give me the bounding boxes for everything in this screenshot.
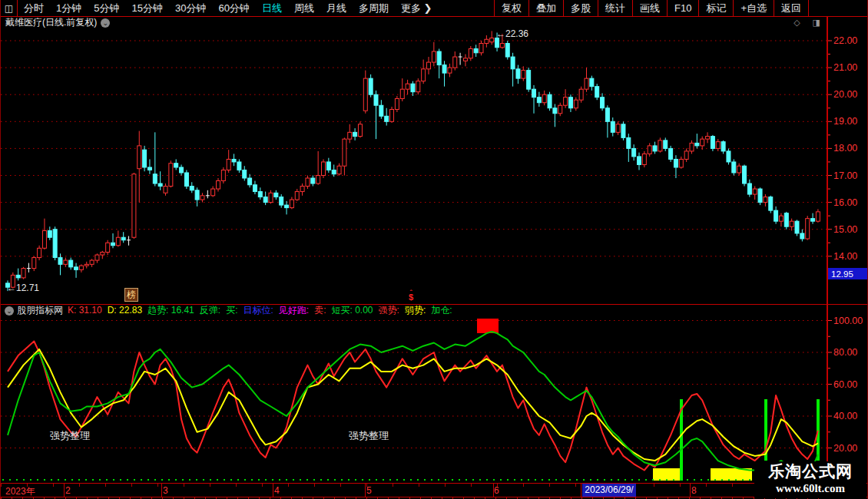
svg-text:20.00: 20.00 bbox=[833, 89, 857, 100]
period-item[interactable]: 日线 bbox=[256, 0, 288, 16]
svg-text:80.00: 80.00 bbox=[833, 347, 857, 358]
period-item[interactable]: 更多 ❯ bbox=[395, 0, 439, 16]
svg-text:←22.36: ←22.36 bbox=[496, 28, 528, 39]
action-item[interactable]: +自选 bbox=[733, 0, 774, 16]
x-axis-label: 2023年 bbox=[5, 485, 35, 498]
svg-text:19.00: 19.00 bbox=[833, 116, 857, 127]
x-axis-label: 3 bbox=[163, 485, 168, 496]
period-item[interactable]: 5分钟 bbox=[88, 0, 125, 16]
indicator-collapse-icon[interactable]: ⌄ bbox=[5, 306, 14, 316]
svg-text:18.00: 18.00 bbox=[833, 143, 857, 154]
action-item[interactable]: 多股 bbox=[563, 0, 598, 16]
app-window: ◫ 分时1分钟5分钟15分钟30分钟60分钟日线周线月线多周期更多 ❯ 复权叠加… bbox=[0, 0, 868, 499]
period-item[interactable]: 周线 bbox=[288, 0, 320, 16]
action-item[interactable]: 画线 bbox=[632, 0, 667, 16]
period-item[interactable]: 分时 bbox=[18, 0, 50, 16]
indicator-value: K: 31.10 bbox=[68, 305, 102, 316]
indicator-value: 目标位: bbox=[243, 305, 273, 316]
toolbar: ◫ 分时1分钟5分钟15分钟30分钟60分钟日线周线月线多周期更多 ❯ 复权叠加… bbox=[1, 0, 867, 17]
action-item[interactable]: 标记 bbox=[698, 0, 733, 16]
period-item[interactable]: 60分钟 bbox=[212, 0, 255, 16]
x-axis-label: 5 bbox=[366, 485, 372, 496]
svg-text:16.00: 16.00 bbox=[833, 197, 857, 208]
period-item[interactable]: 多周期 bbox=[353, 0, 395, 16]
svg-text:←12.71: ←12.71 bbox=[7, 283, 39, 293]
svg-text:15.00: 15.00 bbox=[833, 224, 857, 235]
period-menu: 分时1分钟5分钟15分钟30分钟60分钟日线周线月线多周期更多 ❯ bbox=[18, 0, 438, 16]
x-axis-label: 8 bbox=[691, 485, 697, 496]
split-pane-icon: ◫ bbox=[5, 3, 13, 14]
action-item[interactable]: 复权 bbox=[494, 0, 528, 16]
action-item[interactable]: 返回 bbox=[774, 0, 809, 16]
watermark-site-name: 乐淘公式网 bbox=[754, 461, 866, 481]
indicator-value: 反弹: bbox=[200, 305, 220, 316]
indicator-value: D: 22.83 bbox=[108, 305, 142, 316]
indicator-value: 买: bbox=[226, 305, 237, 316]
indicator-value: 加仓: bbox=[431, 305, 452, 316]
watermark-url: www.60lt.com bbox=[754, 481, 866, 495]
chart-title-row: 戴维医疗(日线.前复权) ⌄ ◇ ◨ bbox=[1, 17, 827, 28]
strong-consolidation-label: 强势整理 bbox=[50, 430, 90, 441]
dollar-signal-marker: ˆ $ bbox=[406, 290, 416, 299]
week-ticks bbox=[1, 484, 827, 487]
indicator-chart[interactable]: 100.0080.0060.0040.0020.00强势整理强势整理 bbox=[1, 316, 868, 484]
svg-text:21.00: 21.00 bbox=[833, 62, 857, 73]
svg-text:40.00: 40.00 bbox=[833, 411, 857, 421]
indicator-value: 强势: bbox=[379, 305, 399, 316]
layout-icon[interactable]: ◫ bbox=[1, 0, 18, 16]
svg-text:22.00: 22.00 bbox=[833, 35, 857, 46]
price-axis-line bbox=[827, 17, 828, 484]
candlestick-chart[interactable]: 22.0021.0020.0019.0018.0017.0016.0015.00… bbox=[1, 28, 868, 304]
strong-consolidation-label: 强势整理 bbox=[349, 430, 389, 441]
indicator-value: 见好跑: bbox=[279, 305, 309, 316]
period-item[interactable]: 15分钟 bbox=[125, 0, 168, 16]
x-axis-label: 4 bbox=[274, 485, 280, 496]
svg-text:20.00: 20.00 bbox=[833, 443, 857, 454]
pane-toggle-icon[interactable]: ◨ bbox=[813, 18, 820, 28]
action-item[interactable]: 统计 bbox=[598, 0, 632, 16]
indicator-source: 股朋指标网 bbox=[17, 305, 63, 316]
action-item[interactable]: F10 bbox=[667, 0, 698, 16]
svg-text:100.00: 100.00 bbox=[833, 316, 863, 326]
svg-text:14.00: 14.00 bbox=[833, 251, 857, 262]
stock-title: 戴维医疗(日线.前复权) bbox=[5, 16, 97, 29]
indicator-value: 弱势: bbox=[405, 305, 426, 316]
action-menu: 复权叠加多股统计画线F10标记+自选返回 bbox=[494, 0, 809, 16]
svg-text:17.00: 17.00 bbox=[833, 170, 857, 181]
rank-badge[interactable]: 榜 bbox=[124, 288, 138, 302]
period-item[interactable]: 月线 bbox=[320, 0, 353, 16]
svg-text:60.00: 60.00 bbox=[833, 379, 857, 390]
svg-text:12.95: 12.95 bbox=[831, 269, 853, 279]
period-item[interactable]: 30分钟 bbox=[169, 0, 212, 16]
indicator-value: 短买: 0.00 bbox=[332, 305, 373, 316]
x-axis-label: 6 bbox=[494, 485, 499, 496]
action-item[interactable]: 叠加 bbox=[528, 0, 563, 16]
indicator-value: 卖: bbox=[314, 305, 326, 316]
watermark: 乐淘公式网 www.60lt.com bbox=[754, 461, 866, 498]
indicator-header: ⌄ 股朋指标网 K: 31.10D: 22.83趋势: 16.41反弹:买:目标… bbox=[1, 305, 827, 316]
period-item[interactable]: 1分钟 bbox=[50, 0, 88, 16]
diamond-icon[interactable]: ◇ bbox=[793, 18, 800, 28]
indicator-value: 趋势: 16.41 bbox=[147, 305, 194, 316]
selected-date-badge[interactable]: 2023/06/29/四 bbox=[582, 484, 636, 497]
x-axis-label: 2 bbox=[65, 485, 71, 496]
stock-dropdown-icon[interactable]: ⌄ bbox=[101, 18, 110, 28]
